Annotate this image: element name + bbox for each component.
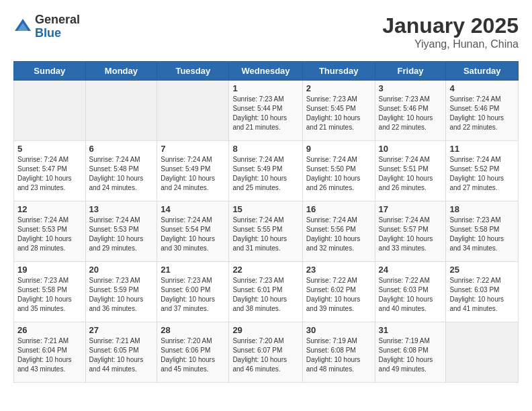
day-number: 7 (161, 144, 225, 154)
calendar-day-cell: 4Sunrise: 7:24 AMSunset: 5:46 PMDaylight… (446, 81, 519, 141)
calendar-day-cell (157, 81, 229, 141)
calendar-week-row: 26Sunrise: 7:21 AMSunset: 6:04 PMDayligh… (14, 322, 519, 383)
calendar-day-cell: 7Sunrise: 7:24 AMSunset: 5:49 PMDaylight… (157, 141, 229, 201)
calendar-day-cell: 9Sunrise: 7:24 AMSunset: 5:50 PMDaylight… (302, 141, 375, 201)
day-info: Sunrise: 7:24 AMSunset: 5:56 PMDaylight:… (306, 216, 371, 253)
calendar-day-cell: 27Sunrise: 7:21 AMSunset: 6:05 PMDayligh… (85, 322, 157, 383)
day-number: 8 (232, 144, 298, 154)
day-number: 18 (449, 204, 515, 214)
calendar-week-row: 5Sunrise: 7:24 AMSunset: 5:47 PMDaylight… (14, 141, 519, 201)
day-of-week-header: Tuesday (157, 62, 229, 81)
calendar-day-cell: 28Sunrise: 7:20 AMSunset: 6:06 PMDayligh… (157, 322, 229, 383)
day-info: Sunrise: 7:24 AMSunset: 5:51 PMDaylight:… (379, 155, 443, 193)
day-info: Sunrise: 7:22 AMSunset: 6:02 PMDaylight:… (306, 276, 371, 314)
calendar-day-cell: 18Sunrise: 7:23 AMSunset: 5:58 PMDayligh… (446, 201, 519, 262)
day-info: Sunrise: 7:21 AMSunset: 6:04 PMDaylight:… (17, 336, 82, 374)
calendar-day-cell: 3Sunrise: 7:23 AMSunset: 5:46 PMDaylight… (375, 81, 446, 141)
day-info: Sunrise: 7:24 AMSunset: 5:46 PMDaylight:… (449, 95, 515, 132)
day-info: Sunrise: 7:19 AMSunset: 6:08 PMDaylight:… (379, 336, 443, 374)
day-info: Sunrise: 7:22 AMSunset: 6:03 PMDaylight:… (379, 276, 443, 314)
calendar-title: January 2025 (382, 13, 519, 38)
day-info: Sunrise: 7:23 AMSunset: 5:46 PMDaylight:… (379, 95, 443, 132)
calendar-day-cell (446, 322, 519, 383)
day-number: 12 (17, 204, 82, 214)
calendar-day-cell: 26Sunrise: 7:21 AMSunset: 6:04 PMDayligh… (14, 322, 86, 383)
calendar-day-cell: 11Sunrise: 7:24 AMSunset: 5:52 PMDayligh… (446, 141, 519, 201)
calendar-day-cell: 20Sunrise: 7:23 AMSunset: 5:59 PMDayligh… (85, 262, 157, 322)
day-number: 21 (161, 265, 225, 275)
title-block: January 2025 Yiyang, Hunan, China (382, 13, 519, 50)
day-info: Sunrise: 7:23 AMSunset: 5:58 PMDaylight:… (449, 216, 515, 253)
calendar-day-cell: 16Sunrise: 7:24 AMSunset: 5:56 PMDayligh… (302, 201, 375, 262)
day-number: 24 (379, 265, 443, 275)
day-number: 20 (89, 265, 154, 275)
day-number: 27 (89, 325, 154, 335)
calendar-day-cell: 6Sunrise: 7:24 AMSunset: 5:48 PMDaylight… (85, 141, 157, 201)
day-info: Sunrise: 7:21 AMSunset: 6:05 PMDaylight:… (89, 336, 154, 374)
calendar-day-cell: 15Sunrise: 7:24 AMSunset: 5:55 PMDayligh… (229, 201, 302, 262)
day-number: 22 (232, 265, 298, 275)
day-number: 15 (232, 204, 298, 214)
day-number: 5 (17, 144, 82, 154)
day-info: Sunrise: 7:23 AMSunset: 5:44 PMDaylight:… (232, 95, 298, 132)
day-of-week-header: Wednesday (229, 62, 302, 81)
day-info: Sunrise: 7:24 AMSunset: 5:55 PMDaylight:… (232, 216, 298, 253)
day-of-week-header: Monday (85, 62, 157, 81)
day-info: Sunrise: 7:23 AMSunset: 5:45 PMDaylight:… (306, 95, 371, 132)
day-of-week-header: Friday (375, 62, 446, 81)
day-number: 11 (449, 144, 515, 154)
day-info: Sunrise: 7:24 AMSunset: 5:53 PMDaylight:… (89, 216, 154, 253)
day-info: Sunrise: 7:24 AMSunset: 5:47 PMDaylight:… (17, 155, 82, 193)
day-number: 30 (306, 325, 371, 335)
calendar-day-cell: 1Sunrise: 7:23 AMSunset: 5:44 PMDaylight… (229, 81, 302, 141)
day-number: 19 (17, 265, 82, 275)
day-number: 28 (161, 325, 225, 335)
day-number: 3 (379, 83, 443, 93)
day-info: Sunrise: 7:23 AMSunset: 6:01 PMDaylight:… (232, 276, 298, 314)
day-number: 31 (379, 325, 443, 335)
calendar-day-cell: 29Sunrise: 7:20 AMSunset: 6:07 PMDayligh… (229, 322, 302, 383)
calendar-day-cell: 12Sunrise: 7:24 AMSunset: 5:53 PMDayligh… (14, 201, 86, 262)
calendar-day-cell: 31Sunrise: 7:19 AMSunset: 6:08 PMDayligh… (375, 322, 446, 383)
day-number: 23 (306, 265, 371, 275)
logo-text: General Blue (35, 13, 80, 40)
day-number: 16 (306, 204, 371, 214)
day-info: Sunrise: 7:24 AMSunset: 5:57 PMDaylight:… (379, 216, 443, 253)
day-info: Sunrise: 7:24 AMSunset: 5:53 PMDaylight:… (17, 216, 82, 253)
day-of-week-header: Sunday (14, 62, 86, 81)
day-number: 17 (379, 204, 443, 214)
day-of-week-header: Saturday (446, 62, 519, 81)
logo-general-label: General (35, 13, 80, 27)
calendar-subtitle: Yiyang, Hunan, China (382, 38, 519, 50)
calendar-day-cell: 8Sunrise: 7:24 AMSunset: 5:49 PMDaylight… (229, 141, 302, 201)
logo-blue-label: Blue (35, 27, 80, 40)
calendar-header-row: SundayMondayTuesdayWednesdayThursdayFrid… (14, 62, 519, 81)
day-info: Sunrise: 7:24 AMSunset: 5:49 PMDaylight:… (232, 155, 298, 193)
calendar-week-row: 19Sunrise: 7:23 AMSunset: 5:58 PMDayligh… (14, 262, 519, 322)
calendar-day-cell: 22Sunrise: 7:23 AMSunset: 6:01 PMDayligh… (229, 262, 302, 322)
day-number: 6 (89, 144, 154, 154)
day-info: Sunrise: 7:20 AMSunset: 6:06 PMDaylight:… (161, 336, 225, 374)
calendar-day-cell: 25Sunrise: 7:22 AMSunset: 6:03 PMDayligh… (446, 262, 519, 322)
logo: General Blue (13, 13, 80, 40)
day-number: 4 (449, 83, 515, 93)
page-header: General Blue January 2025 Yiyang, Hunan,… (13, 13, 519, 50)
day-info: Sunrise: 7:24 AMSunset: 5:48 PMDaylight:… (89, 155, 154, 193)
calendar-day-cell: 24Sunrise: 7:22 AMSunset: 6:03 PMDayligh… (375, 262, 446, 322)
day-number: 26 (17, 325, 82, 335)
day-info: Sunrise: 7:22 AMSunset: 6:03 PMDaylight:… (449, 276, 515, 314)
calendar-day-cell: 19Sunrise: 7:23 AMSunset: 5:58 PMDayligh… (14, 262, 86, 322)
calendar-day-cell (85, 81, 157, 141)
day-number: 29 (232, 325, 298, 335)
day-number: 13 (89, 204, 154, 214)
calendar-day-cell: 2Sunrise: 7:23 AMSunset: 5:45 PMDaylight… (302, 81, 375, 141)
logo-icon (13, 17, 32, 36)
calendar-day-cell: 5Sunrise: 7:24 AMSunset: 5:47 PMDaylight… (14, 141, 86, 201)
day-number: 2 (306, 83, 371, 93)
day-number: 1 (232, 83, 298, 93)
day-info: Sunrise: 7:23 AMSunset: 5:58 PMDaylight:… (17, 276, 82, 314)
day-of-week-header: Thursday (302, 62, 375, 81)
day-number: 25 (449, 265, 515, 275)
calendar-day-cell: 23Sunrise: 7:22 AMSunset: 6:02 PMDayligh… (302, 262, 375, 322)
calendar-day-cell: 21Sunrise: 7:23 AMSunset: 6:00 PMDayligh… (157, 262, 229, 322)
